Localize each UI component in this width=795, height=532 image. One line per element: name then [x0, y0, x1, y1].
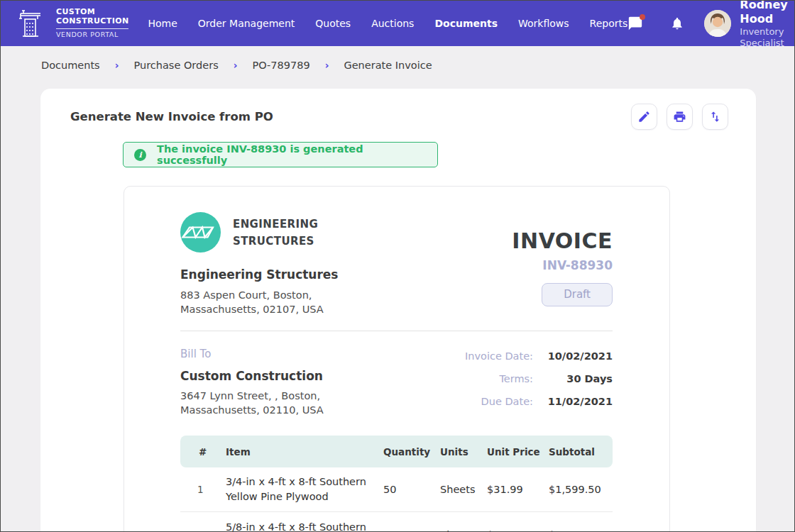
user-avatar[interactable]: [704, 10, 731, 37]
brand-logo[interactable]: CUSTOM CONSTRUCTION VENDOR PORTAL: [15, 7, 128, 40]
alert-message: The invoice INV-88930 is generated succe…: [157, 143, 427, 166]
info-icon: i: [134, 149, 146, 161]
status-badge: Draft: [542, 283, 613, 306]
chat-icon[interactable]: [627, 16, 643, 31]
brand-line-3: VENDOR PORTAL: [56, 31, 128, 39]
construction-crane-icon: [15, 7, 48, 40]
chevron-right-icon: ›: [325, 60, 329, 71]
table-row: 1 3/4-in x 4-ft x 8-ft Southern Yellow P…: [180, 467, 613, 512]
success-alert: i The invoice INV-88930 is generated suc…: [123, 142, 438, 167]
print-button[interactable]: [667, 104, 693, 130]
breadcrumb-generate-invoice[interactable]: Generate Invoice: [344, 60, 432, 71]
terms-row: Terms: 30 Days: [465, 373, 613, 384]
user-role: Inventory Specialist: [740, 26, 787, 50]
sort-button[interactable]: [702, 104, 728, 130]
breadcrumb-documents[interactable]: Documents: [41, 60, 100, 71]
bill-to-section: Bill To Custom Construction 3647 Lynn St…: [180, 348, 324, 419]
edit-button[interactable]: [631, 104, 657, 130]
bill-to-address: 3647 Lynn Street, , Boston, Massachusett…: [180, 389, 324, 417]
line-items-table: # Item Quantity Units Unit Price Subtota…: [180, 436, 613, 532]
invoice-date-row: Invoice Date: 10/02/2021: [465, 350, 613, 362]
nav-item-quotes[interactable]: Quotes: [315, 18, 351, 29]
navbar-right: Rodney Hood Inventory Specialist: [627, 0, 787, 49]
main-nav: Home Order Management Quotes Auctions Do…: [148, 18, 627, 29]
nav-item-auctions[interactable]: Auctions: [371, 18, 414, 29]
top-navbar: CUSTOM CONSTRUCTION VENDOR PORTAL Home O…: [1, 1, 794, 46]
nav-item-order-management[interactable]: Order Management: [198, 18, 295, 29]
nav-item-home[interactable]: Home: [148, 18, 177, 29]
nav-item-reports[interactable]: Reports: [590, 18, 628, 29]
vendor-logo-icon: [180, 212, 221, 253]
nav-item-documents[interactable]: Documents: [434, 18, 498, 29]
invoice-title: INVOICE: [512, 228, 613, 253]
page-card: Generate New Invoice from PO i The invoi…: [40, 89, 756, 532]
notification-dot: [640, 14, 645, 20]
nav-item-workflows[interactable]: Workflows: [518, 18, 569, 29]
header-actions: [631, 104, 728, 130]
chevron-right-icon: ›: [115, 60, 119, 71]
vendor-logo-text: ENGINEERING STRUCTURES: [233, 216, 318, 250]
due-date-row: Due Date: 11/02/2021: [465, 396, 613, 407]
page-title: Generate New Invoice from PO: [70, 110, 273, 123]
user-info[interactable]: Rodney Hood Inventory Specialist: [740, 0, 787, 49]
bell-icon[interactable]: [670, 16, 684, 31]
app-window: CUSTOM CONSTRUCTION VENDOR PORTAL Home O…: [0, 0, 795, 532]
invoice-preview: ENGINEERING STRUCTURES Engineering Struc…: [124, 186, 670, 532]
bill-to-label: Bill To: [180, 348, 324, 360]
invoice-meta: Invoice Date: 10/02/2021 Terms: 30 Days …: [465, 348, 613, 419]
bill-to-name: Custom Construction: [180, 369, 324, 383]
breadcrumb-purchase-orders[interactable]: Purchase Orders: [133, 60, 218, 71]
table-row: 2 5/8-in x 4-ft x 8-ft Southern Yellow P…: [180, 512, 613, 532]
vendor-name: Engineering Structures: [180, 267, 338, 282]
printer-icon: [673, 110, 686, 123]
chevron-right-icon: ›: [234, 60, 238, 71]
divider: [180, 331, 613, 331]
invoice-number: INV-88930: [512, 258, 613, 272]
table-header: # Item Quantity Units Unit Price Subtota…: [180, 436, 613, 467]
user-name: Rodney Hood: [740, 0, 787, 26]
vendor-address: 883 Aspen Court, Boston, Massachusetts, …: [180, 288, 338, 316]
breadcrumb-po-number[interactable]: PO-789789: [252, 60, 309, 71]
page-header: Generate New Invoice from PO: [40, 89, 756, 130]
swap-vertical-icon: [708, 110, 722, 123]
breadcrumb: Documents › Purchase Orders › PO-789789 …: [1, 46, 794, 84]
pencil-icon: [637, 110, 651, 123]
brand-line-2: CONSTRUCTION: [56, 17, 128, 29]
